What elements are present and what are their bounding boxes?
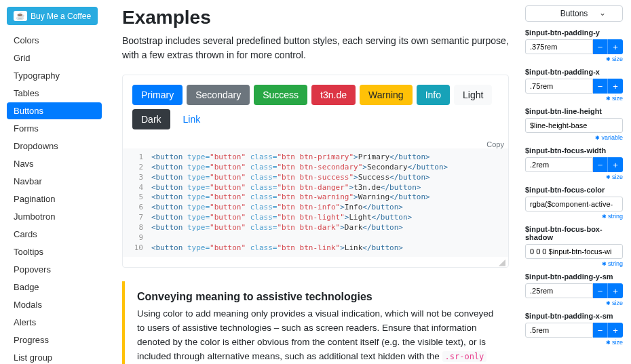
sidebar-item-tables[interactable]: Tables (7, 85, 102, 102)
sidebar-item-list-group[interactable]: List group (7, 349, 102, 364)
increment-button[interactable]: + (608, 157, 623, 172)
sidebar-item-colors[interactable]: Colors (7, 32, 102, 49)
increment-button[interactable]: + (608, 79, 623, 94)
secondary-button[interactable]: Secondary (187, 85, 250, 105)
code-line: 2<button type="button" class="btn btn-se… (128, 163, 503, 173)
sidebar: ☕ Buy Me a Coffee ColorsGridTypographyTa… (0, 0, 109, 364)
sidebar-item-badge[interactable]: Badge (7, 279, 102, 296)
main-content: Examples Bootstrap includes several pred… (109, 0, 522, 364)
decrement-button[interactable]: − (593, 39, 608, 54)
code-line: 7<button type="button" class="btn btn-li… (128, 213, 503, 223)
variable-hint[interactable]: string (525, 260, 623, 267)
sidebar-item-navs[interactable]: Navs (7, 155, 102, 172)
example-box: PrimarySecondarySuccesst3n.deWarningInfo… (122, 75, 509, 268)
variable-input-btn-padding-y-sm: $input-btn-padding-y-sm−+size (525, 272, 623, 306)
variable-label: $input-btn-padding-x-sm (525, 312, 623, 320)
variable-input-btn-focus-box-shadow: $input-btn-focus-box-shadowstring (525, 225, 623, 267)
code-line: 5<button type="button" class="btn btn-wa… (128, 193, 503, 203)
section-dropdown[interactable]: Buttons (525, 5, 623, 22)
link-button[interactable]: Link (174, 109, 210, 129)
sidebar-nav: ColorsGridTypographyTablesButtonsFormsDr… (7, 32, 102, 364)
variable-input-btn-padding-x-sm: $input-btn-padding-x-sm−+size (525, 312, 623, 346)
sidebar-item-typography[interactable]: Typography (7, 67, 102, 84)
sidebar-item-alerts[interactable]: Alerts (7, 314, 102, 331)
decrement-button[interactable]: − (593, 323, 608, 338)
increment-button[interactable]: + (608, 283, 623, 298)
code-line: 8<button type="button" class="btn btn-da… (128, 223, 503, 233)
variable-label: $input-btn-focus-box-shadow (525, 225, 623, 241)
coffee-icon: ☕ (14, 11, 27, 21)
example-buttons-row: PrimarySecondarySuccesst3n.deWarningInfo… (123, 75, 508, 139)
buy-coffee-button[interactable]: ☕ Buy Me a Coffee (7, 7, 98, 25)
increment-button[interactable]: + (608, 323, 623, 338)
variable-input[interactable] (525, 39, 593, 54)
danger-button[interactable]: t3n.de (311, 85, 356, 105)
variable-input[interactable] (525, 79, 593, 94)
increment-button[interactable]: + (608, 39, 623, 54)
code-block[interactable]: 1<button type="button" class="btn btn-pr… (123, 148, 508, 257)
variable-label: $input-btn-padding-y (525, 28, 623, 37)
variable-input[interactable] (525, 244, 623, 259)
variable-input-btn-focus-width: $input-btn-focus-width−+size (525, 146, 623, 180)
callout-body: Using color to add meaning only provides… (137, 307, 497, 364)
variable-input[interactable] (525, 323, 593, 338)
variable-input[interactable] (525, 197, 623, 211)
variable-hint[interactable]: size (525, 95, 623, 102)
variable-hint[interactable]: size (525, 300, 623, 306)
variable-label: $input-btn-focus-color (525, 186, 623, 194)
variable-input-btn-padding-y: $input-btn-padding-y−+size (525, 28, 623, 62)
page-title: Examples (122, 7, 509, 28)
variable-hint[interactable]: size (525, 339, 623, 346)
code-line: 10<button type="button" class="btn btn-l… (128, 243, 503, 254)
light-button[interactable]: Light (454, 85, 492, 105)
decrement-button[interactable]: − (593, 157, 608, 172)
code-line: 6<button type="button" class="btn btn-in… (128, 203, 503, 213)
sidebar-item-progress[interactable]: Progress (7, 331, 102, 348)
lead-text: Bootstrap includes several predefined bu… (122, 34, 509, 62)
code-line: 1<button type="button" class="btn btn-pr… (128, 153, 503, 163)
variable-label: $input-btn-line-height (525, 107, 623, 115)
callout-title: Conveying meaning to assistive technolog… (137, 291, 497, 303)
warning-button[interactable]: Warning (360, 85, 413, 105)
variable-label: $input-btn-padding-y-sm (525, 272, 623, 281)
code-line: 4<button type="button" class="btn btn-da… (128, 183, 503, 193)
code-line: 9 (128, 233, 503, 243)
variable-hint[interactable]: string (525, 213, 623, 220)
sidebar-item-navbar[interactable]: Navbar (7, 173, 102, 190)
sidebar-item-jumbotron[interactable]: Jumbotron (7, 208, 102, 225)
sidebar-item-tooltips[interactable]: Tooltips (7, 243, 102, 260)
dark-button[interactable]: Dark (132, 109, 170, 129)
variable-hint[interactable]: size (525, 174, 623, 180)
callout-warning: Conveying meaning to assistive technolog… (122, 281, 509, 364)
decrement-button[interactable]: − (593, 79, 608, 94)
sr-only-code: .sr-only (442, 351, 487, 362)
sidebar-item-popovers[interactable]: Popovers (7, 261, 102, 278)
variable-label: $input-btn-focus-width (525, 146, 623, 155)
variable-input[interactable] (525, 283, 593, 298)
variable-hint[interactable]: size (525, 56, 623, 62)
sidebar-item-buttons[interactable]: Buttons (7, 102, 102, 119)
code-line: 3<button type="button" class="btn btn-su… (128, 173, 503, 183)
variable-label: $input-btn-padding-x (525, 68, 623, 76)
sidebar-item-dropdowns[interactable]: Dropdowns (7, 138, 102, 155)
sidebar-item-pagination[interactable]: Pagination (7, 190, 102, 207)
sidebar-item-forms[interactable]: Forms (7, 120, 102, 137)
decrement-button[interactable]: − (593, 283, 608, 298)
variables-panel: Buttons $input-btn-padding-y−+size$input… (522, 0, 631, 364)
sidebar-item-cards[interactable]: Cards (7, 226, 102, 243)
resize-handle-icon[interactable]: ◢ (123, 257, 508, 267)
variable-input[interactable] (525, 157, 593, 172)
variable-input[interactable] (525, 118, 623, 133)
variable-input-btn-padding-x: $input-btn-padding-x−+size (525, 68, 623, 102)
success-button[interactable]: Success (254, 85, 307, 105)
variable-input-btn-line-height: $input-btn-line-heightvariable (525, 107, 623, 141)
primary-button[interactable]: Primary (132, 85, 183, 105)
copy-button[interactable]: Copy (123, 139, 508, 148)
sidebar-item-modals[interactable]: Modals (7, 296, 102, 313)
variable-input-btn-focus-color: $input-btn-focus-colorstring (525, 186, 623, 220)
info-button[interactable]: Info (417, 85, 450, 105)
sidebar-item-grid[interactable]: Grid (7, 49, 102, 66)
buy-coffee-label: Buy Me a Coffee (31, 12, 91, 21)
variable-hint[interactable]: variable (525, 134, 623, 141)
